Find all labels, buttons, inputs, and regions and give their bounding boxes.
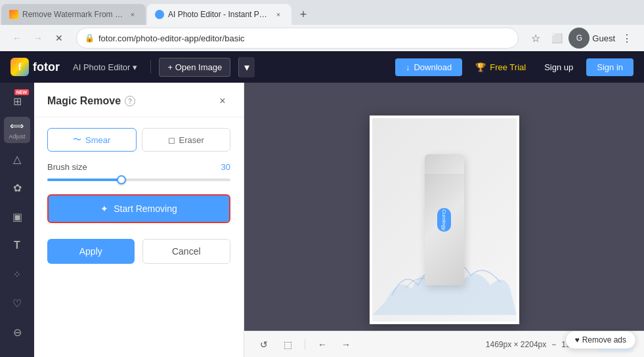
ai-photo-editor-button[interactable]: AI Photo Editor ▾ <box>68 60 142 75</box>
product-bottle: Curology <box>425 154 464 285</box>
smear-tab[interactable]: 〜 Smear <box>47 128 137 152</box>
crop-icon: △ <box>13 153 21 165</box>
brush-size-value: 30 <box>221 162 230 172</box>
info-icon[interactable]: ? <box>125 96 135 106</box>
signup-button[interactable]: Sign up <box>539 58 578 76</box>
start-removing-label: Start Removing <box>114 203 177 214</box>
slider-thumb[interactable] <box>117 175 126 184</box>
tab-title-2: AI Photo Editor - Instant Photo E... <box>168 10 270 19</box>
smear-label: Smear <box>85 135 110 145</box>
cancel-button[interactable]: Cancel <box>142 239 231 264</box>
sidebar-item-effects[interactable]: ✿ <box>4 175 30 201</box>
dimensions-text: 1469px × 2204px <box>486 340 546 349</box>
logo-icon: f <box>11 58 29 76</box>
panel-title: Magic Remove ? <box>47 95 135 107</box>
apply-button[interactable]: Apply <box>47 239 135 264</box>
flip-button[interactable]: ⬚ <box>278 335 297 354</box>
smear-icon: 〜 <box>73 134 81 146</box>
ai-editor-chevron-icon: ▾ <box>133 62 137 72</box>
sidebar-item-grid[interactable]: ⊞ NEW <box>4 88 30 114</box>
browser-chrome: Remove Watermark From Photo × AI Photo E… <box>0 0 644 51</box>
start-removing-button[interactable]: ✦ Start Removing <box>47 194 230 223</box>
sidebar-item-crop[interactable]: △ <box>4 146 30 172</box>
sidebar-item-text[interactable]: T <box>4 232 30 259</box>
panel-body: 〜 Smear ◻ Eraser Brush size 30 <box>34 117 244 274</box>
tool-tabs: 〜 Smear ◻ Eraser <box>47 128 230 152</box>
header-separator <box>150 60 151 74</box>
download-button[interactable]: ↓ Download <box>395 58 462 76</box>
adjust-icon: ⟺ <box>10 120 24 132</box>
open-image-dropdown[interactable]: ▾ <box>238 57 255 77</box>
tab-title-1: Remove Watermark From Photo <box>22 10 125 19</box>
app-header: f fotor AI Photo Editor ▾ + Open Image ▾… <box>0 51 644 83</box>
panel-header: Magic Remove ? × <box>34 83 244 117</box>
canvas-image[interactable]: Curology <box>372 118 517 322</box>
panel-close-button[interactable]: × <box>215 93 230 109</box>
browser-controls: ← → ✕ 🔒 fotor.com/photo-editor-app/edito… <box>0 25 644 51</box>
rotate-button[interactable]: ↺ <box>255 335 273 354</box>
brush-size-row: Brush size 30 <box>47 162 230 172</box>
user-label: Guest <box>592 33 615 43</box>
slider-fill <box>47 178 121 181</box>
back-button[interactable]: ← <box>8 29 26 47</box>
effects-icon: ✿ <box>13 182 22 194</box>
brush-size-slider[interactable] <box>47 178 230 181</box>
browser-menu-button[interactable]: ⋮ <box>618 29 636 47</box>
new-badge: NEW <box>14 89 29 95</box>
signup-label: Sign up <box>544 62 573 72</box>
panel-title-text: Magic Remove <box>47 95 121 107</box>
product-label: Curology <box>437 208 451 232</box>
open-image-button[interactable]: + Open Image <box>159 58 230 77</box>
tab-ai-editor[interactable]: AI Photo Editor - Instant Photo E... × <box>147 4 291 25</box>
tab-favicon-1 <box>9 10 18 19</box>
grid-icon: ⊞ <box>13 95 22 108</box>
address-bar[interactable]: 🔒 fotor.com/photo-editor-app/editor/basi… <box>76 28 519 49</box>
trophy-icon: 🏆 <box>475 62 486 72</box>
sidebar-item-remove[interactable]: ⊖ <box>4 319 30 345</box>
signin-button[interactable]: Sign in <box>586 58 633 76</box>
app-container: f fotor AI Photo Editor ▾ + Open Image ▾… <box>0 51 644 357</box>
eraser-label: Eraser <box>179 135 204 145</box>
layers-icon: ▣ <box>12 211 22 223</box>
text-icon: T <box>14 240 20 251</box>
bookmarks-icon[interactable]: ☆ <box>526 29 545 47</box>
fotor-logo: f fotor <box>11 58 60 76</box>
free-trial-label: Free Trial <box>490 62 526 72</box>
sidebar-item-layers[interactable]: ▣ <box>4 203 30 230</box>
brush-size-label: Brush size <box>47 162 87 172</box>
remove-icon: ⊖ <box>13 326 22 339</box>
left-sidebar: ⊞ NEW ⟺ Adjust △ ✿ ▣ T ⁘ <box>0 83 34 357</box>
ai-editor-label: AI Photo Editor <box>73 62 130 72</box>
magic-remove-panel: Magic Remove ? × 〜 Smear ◻ Eraser <box>34 83 244 357</box>
lock-icon: 🔒 <box>85 33 95 43</box>
free-trial-button[interactable]: 🏆 Free Trial <box>470 58 531 76</box>
user-avatar[interactable]: G <box>569 28 590 49</box>
heart-icon: ♥ <box>575 335 580 345</box>
reload-button[interactable]: ✕ <box>50 29 68 47</box>
brush-size-slider-container <box>47 178 230 181</box>
open-image-label: + Open Image <box>167 62 222 72</box>
elements-icon: ⁘ <box>13 269 21 280</box>
tab-favicon-2 <box>155 10 164 19</box>
sidebar-item-adjust-label: Adjust <box>9 133 25 140</box>
sidebar-item-adjust[interactable]: ⟺ Adjust <box>4 117 30 143</box>
canvas-area: Curology ↺ ⬚ ← → 1469px × 2204px − 19% + <box>244 83 644 357</box>
new-tab-button[interactable]: + <box>294 5 312 24</box>
toolbar-divider-1 <box>305 339 305 350</box>
forward-button[interactable]: → <box>29 29 47 47</box>
eraser-icon: ◻ <box>168 135 175 145</box>
tab-close-2[interactable]: × <box>273 9 284 20</box>
tab-remove-watermark[interactable]: Remove Watermark From Photo × <box>1 4 146 25</box>
undo-button[interactable]: ← <box>313 335 332 354</box>
tab-close-1[interactable]: × <box>127 9 138 20</box>
main-content: ⊞ NEW ⟺ Adjust △ ✿ ▣ T ⁘ <box>0 83 644 357</box>
logo-text: fotor <box>33 60 60 74</box>
eraser-tab[interactable]: ◻ Eraser <box>142 128 231 152</box>
zoom-minus-button[interactable]: − <box>551 340 556 349</box>
redo-button[interactable]: → <box>337 335 355 354</box>
download-label: Download <box>414 62 452 72</box>
remove-ads-button[interactable]: ♥ Remove ads <box>565 331 637 349</box>
sidebar-item-elements[interactable]: ⁘ <box>4 261 30 287</box>
sidebar-item-sticker[interactable]: ♡ <box>4 290 30 316</box>
split-screen-icon[interactable]: ⬜ <box>547 29 566 47</box>
